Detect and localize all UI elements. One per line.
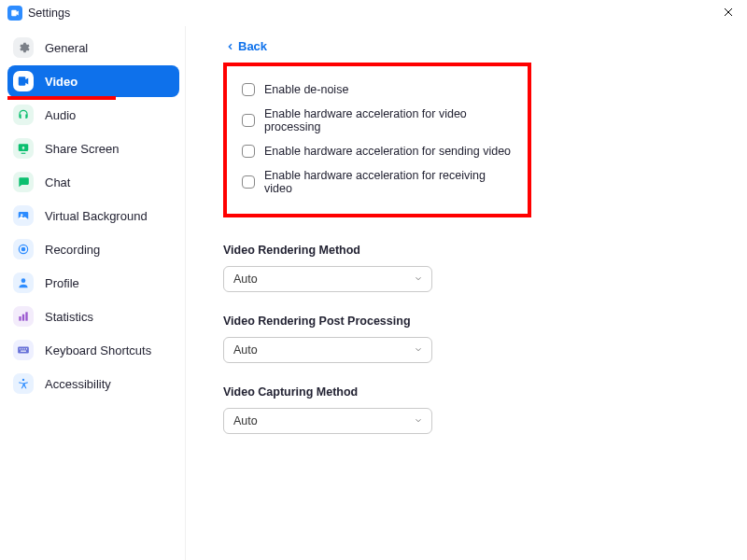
section-title-rendering-method: Video Rendering Method — [223, 244, 723, 257]
annotation-highlight-box: Enable de-noise Enable hardware accelera… — [223, 63, 531, 217]
window-title: Settings — [28, 7, 70, 20]
sidebar-item-label: Video — [45, 75, 78, 89]
headphones-icon — [13, 105, 34, 125]
checkbox-icon — [242, 145, 255, 158]
sidebar-item-audio[interactable]: Audio — [7, 99, 179, 131]
gear-icon — [13, 37, 34, 58]
svg-point-15 — [22, 379, 24, 381]
checkbox-hw-accel-receiving[interactable]: Enable hardware acceleration for receivi… — [242, 163, 513, 201]
sidebar-item-label: Audio — [45, 108, 76, 122]
checkbox-hw-accel-processing[interactable]: Enable hardware acceleration for video p… — [242, 102, 513, 139]
svg-rect-10 — [20, 348, 21, 349]
checkbox-label: Enable hardware acceleration for receivi… — [264, 169, 513, 195]
sidebar-item-label: Keyboard Shortcuts — [45, 343, 151, 357]
sidebar-item-label: General — [45, 41, 88, 55]
sidebar-item-label: Statistics — [45, 310, 93, 324]
select-video-rendering-method[interactable]: Auto — [223, 266, 432, 292]
content: Back Enable de-noise Enable hardware acc… — [185, 26, 747, 560]
sidebar-item-label: Share Screen — [45, 142, 120, 156]
sidebar-item-label: Accessibility — [45, 377, 111, 391]
app-icon — [7, 6, 22, 21]
checkbox-label: Enable hardware acceleration for video p… — [264, 107, 513, 133]
section-title-post-processing: Video Rendering Post Processing — [223, 315, 723, 328]
statistics-icon — [13, 306, 34, 327]
keyboard-icon — [13, 340, 34, 360]
checkbox-icon — [242, 175, 255, 189]
recording-icon — [13, 239, 34, 259]
svg-rect-7 — [22, 315, 24, 321]
sidebar-item-accessibility[interactable]: Accessibility — [7, 368, 179, 399]
close-icon — [723, 7, 734, 18]
virtual-background-icon — [13, 205, 34, 226]
svg-point-4 — [21, 247, 25, 251]
share-screen-icon — [13, 138, 34, 159]
svg-rect-11 — [21, 348, 22, 349]
main: General Video Audio Share Screen — [0, 26, 747, 560]
sidebar: General Video Audio Share Screen — [0, 26, 185, 560]
sidebar-item-recording[interactable]: Recording — [7, 233, 179, 265]
checkbox-label: Enable de-noise — [264, 83, 348, 96]
sidebar-item-chat[interactable]: Chat — [7, 166, 179, 198]
sidebar-item-video[interactable]: Video — [7, 65, 179, 97]
svg-rect-6 — [19, 316, 21, 321]
sidebar-item-statistics[interactable]: Statistics — [7, 301, 179, 332]
select-video-capturing-method[interactable]: Auto — [223, 408, 432, 434]
svg-rect-14 — [21, 351, 26, 352]
svg-rect-9 — [18, 347, 29, 354]
checkbox-icon — [242, 83, 255, 96]
sidebar-item-profile[interactable]: Profile — [7, 267, 179, 299]
section-title-capturing-method: Video Capturing Method — [223, 385, 723, 399]
checkbox-enable-de-noise[interactable]: Enable de-noise — [242, 77, 513, 102]
sidebar-item-share-screen[interactable]: Share Screen — [7, 133, 179, 164]
svg-rect-8 — [25, 312, 27, 320]
video-icon — [13, 71, 34, 91]
checkbox-label: Enable hardware acceleration for sending… — [264, 145, 511, 158]
sidebar-item-label: Recording — [45, 243, 100, 257]
sidebar-item-keyboard-shortcuts[interactable]: Keyboard Shortcuts — [7, 334, 179, 366]
back-label: Back — [238, 39, 267, 53]
svg-point-5 — [21, 278, 26, 283]
sidebar-item-label: Profile — [45, 276, 79, 290]
checkbox-icon — [242, 114, 255, 127]
svg-rect-13 — [26, 348, 27, 349]
sidebar-item-virtual-background[interactable]: Virtual Background — [7, 200, 179, 231]
select-video-post-processing[interactable]: Auto — [223, 337, 432, 363]
titlebar: Settings — [0, 0, 747, 26]
svg-point-2 — [21, 214, 22, 216]
select-value: Auto — [233, 414, 258, 427]
sidebar-item-general[interactable]: General — [7, 32, 179, 63]
close-button[interactable] — [719, 4, 738, 22]
titlebar-left: Settings — [7, 6, 70, 21]
sidebar-item-label: Chat — [45, 175, 70, 189]
select-value: Auto — [233, 343, 258, 357]
back-link[interactable]: Back — [227, 39, 267, 53]
chat-icon — [13, 172, 34, 192]
checkbox-hw-accel-sending[interactable]: Enable hardware acceleration for sending… — [242, 139, 513, 163]
sidebar-item-label: Virtual Background — [45, 209, 148, 223]
chevron-left-icon — [227, 42, 234, 51]
accessibility-icon — [13, 373, 34, 394]
profile-icon — [13, 273, 34, 293]
select-value: Auto — [233, 273, 258, 286]
svg-rect-12 — [24, 348, 25, 349]
